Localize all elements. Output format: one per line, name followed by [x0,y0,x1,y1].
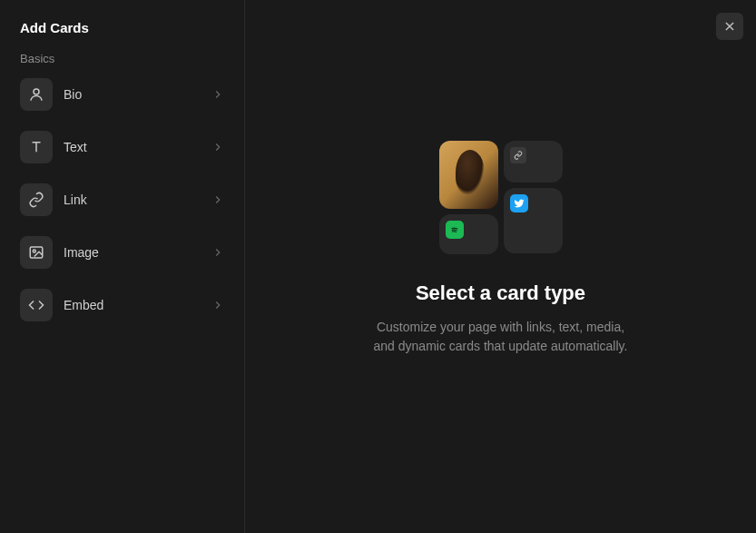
preview-spotify-card [439,214,498,254]
card-item-image[interactable]: Image [20,236,224,269]
spotify-icon [446,221,464,239]
preview-column-right [504,141,563,254]
card-item-label: Embed [64,298,211,312]
image-icon [20,236,53,269]
close-icon [723,20,736,33]
preview-column-left [439,141,498,254]
card-item-bio[interactable]: Bio [20,78,224,111]
svg-point-0 [34,89,39,94]
preview-link-card [504,141,563,183]
svg-point-2 [33,250,35,252]
card-item-label: Image [64,245,211,260]
chevron-right-icon [211,246,224,259]
close-button[interactable] [716,13,743,40]
chevron-right-icon [211,193,224,206]
card-item-label: Text [64,140,211,154]
main-content: Select a card type Customize your page w… [245,0,756,533]
main-description: Customize your page with links, text, me… [374,318,628,356]
chevron-right-icon [211,88,224,101]
main-title: Select a card type [416,281,585,305]
text-icon [20,131,53,163]
user-icon [20,78,53,111]
card-item-embed[interactable]: Embed [20,289,224,321]
sidebar: Add Cards Basics Bio Text Link Image [0,0,245,533]
twitter-icon [510,194,528,212]
chevron-right-icon [211,141,224,153]
card-item-text[interactable]: Text [20,131,224,163]
link-icon [20,183,53,216]
preview-twitter-card [504,188,563,253]
card-preview-grid [439,141,563,260]
card-item-label: Link [64,192,211,207]
preview-portrait-image [439,141,498,209]
sidebar-title: Add Cards [20,20,224,35]
card-item-link[interactable]: Link [20,183,224,216]
card-item-label: Bio [64,87,211,102]
section-label: Basics [20,52,224,65]
chevron-right-icon [211,299,224,311]
code-icon [20,289,53,321]
link-icon [510,147,526,163]
